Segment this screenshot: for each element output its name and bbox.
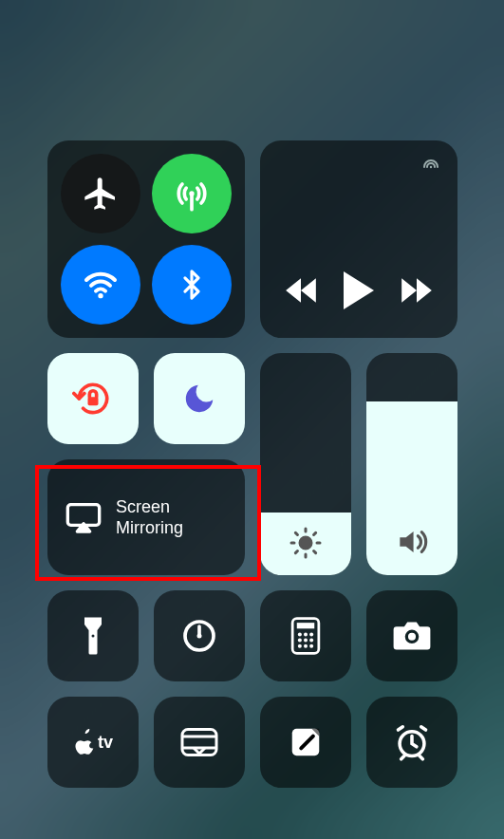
orientation-lock-icon (72, 378, 114, 420)
svg-point-16 (197, 634, 202, 639)
airplane-mode-toggle[interactable] (61, 154, 140, 233)
forward-icon (399, 277, 435, 304)
timer-button[interactable] (154, 590, 245, 681)
flashlight-button[interactable] (47, 590, 139, 681)
svg-point-27 (309, 644, 313, 648)
rewind-icon (283, 277, 319, 304)
calculator-icon (290, 617, 321, 655)
camera-button[interactable] (366, 590, 457, 681)
volume-slider[interactable] (366, 353, 457, 575)
airplane-icon (82, 175, 120, 213)
next-track-button[interactable] (399, 277, 435, 308)
cellular-data-toggle[interactable] (152, 154, 232, 233)
play-icon (342, 271, 376, 309)
svg-point-20 (304, 632, 308, 636)
wallet-icon (179, 726, 219, 758)
camera-icon (392, 620, 432, 652)
svg-point-26 (304, 644, 308, 648)
svg-line-14 (314, 532, 316, 534)
svg-point-24 (309, 639, 313, 643)
calculator-button[interactable] (260, 590, 351, 681)
svg-point-19 (298, 632, 302, 636)
bluetooth-toggle[interactable] (152, 245, 232, 325)
alarm-button[interactable] (366, 697, 457, 788)
alarm-icon (392, 723, 432, 761)
timer-icon (180, 617, 218, 655)
brightness-slider[interactable] (260, 353, 351, 575)
wallet-button[interactable] (154, 697, 245, 788)
airplay-indicator-icon (420, 154, 442, 177)
screen-mirroring-label: Screen Mirroring (116, 496, 183, 539)
notes-button[interactable] (260, 697, 351, 788)
apple-logo-icon (73, 729, 96, 755)
svg-point-23 (304, 639, 308, 643)
svg-line-11 (295, 532, 297, 534)
note-icon (288, 724, 324, 760)
svg-point-22 (298, 639, 302, 643)
bluetooth-icon (176, 269, 208, 301)
wifi-toggle[interactable] (61, 245, 140, 325)
svg-point-21 (309, 632, 313, 636)
previous-track-button[interactable] (283, 277, 319, 308)
brightness-icon (289, 526, 323, 560)
control-center: Screen Mirroring (47, 140, 457, 788)
apple-tv-label: tv (98, 733, 113, 753)
media-module[interactable] (260, 140, 457, 338)
svg-point-6 (300, 537, 311, 549)
flashlight-icon (83, 616, 103, 656)
airplay-icon (65, 500, 103, 534)
svg-point-2 (98, 293, 103, 298)
apple-tv-button[interactable]: tv (47, 697, 139, 788)
moon-icon (181, 381, 217, 417)
svg-rect-28 (182, 730, 216, 755)
screen-mirroring-button[interactable]: Screen Mirroring (47, 459, 245, 575)
orientation-lock-toggle[interactable] (47, 353, 139, 444)
cellular-icon (173, 175, 211, 213)
connectivity-module[interactable] (47, 140, 245, 338)
svg-line-12 (314, 551, 316, 553)
play-button[interactable] (342, 271, 376, 313)
svg-point-25 (298, 644, 302, 648)
svg-line-13 (295, 551, 297, 553)
volume-icon (394, 524, 430, 560)
svg-rect-18 (297, 623, 314, 628)
wifi-icon (82, 266, 120, 304)
svg-point-3 (430, 166, 432, 168)
do-not-disturb-toggle[interactable] (154, 353, 245, 444)
